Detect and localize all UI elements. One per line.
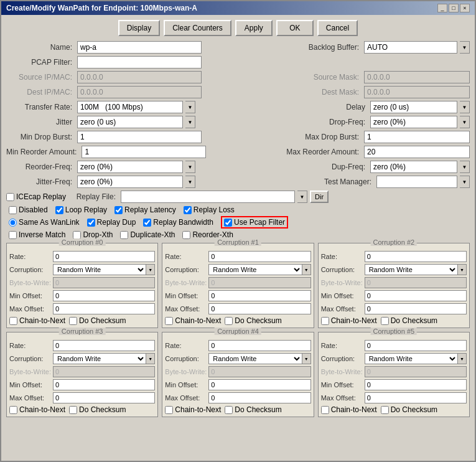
do-checksum-label-2[interactable]: Do Checksum	[381, 316, 437, 325]
drop-xth-checkbox-label[interactable]: Drop-Xth	[73, 230, 113, 239]
max-drop-burst-input[interactable]	[364, 131, 470, 143]
corruption-rate-input-2[interactable]	[365, 251, 467, 262]
chain-to-next-label-4[interactable]: Chain-to-Next	[165, 405, 221, 414]
corruption-type-select-1[interactable]: Random Write	[208, 264, 302, 275]
max-reorder-input[interactable]	[364, 146, 470, 158]
corruption-max-offset-input-4[interactable]	[208, 392, 310, 403]
corruption-max-offset-input-2[interactable]	[365, 303, 467, 314]
dup-freq-input[interactable]	[370, 161, 457, 173]
reorder-xth-checkbox[interactable]	[182, 231, 190, 239]
corruption-min-offset-input-1[interactable]	[208, 290, 310, 301]
do-checksum-checkbox-2[interactable]	[381, 317, 389, 325]
corruption-rate-input-0[interactable]	[53, 251, 155, 262]
chain-to-next-checkbox-0[interactable]	[9, 317, 17, 325]
corruption-byte-input-0[interactable]	[53, 277, 155, 288]
reorder-xth-checkbox-label[interactable]: Reorder-Xth	[182, 230, 233, 239]
corruption-rate-input-5[interactable]	[365, 340, 467, 351]
corruption-rate-input-1[interactable]	[208, 251, 310, 262]
dup-freq-arrow[interactable]: ▼	[460, 161, 470, 173]
chain-to-next-checkbox-5[interactable]	[321, 406, 329, 414]
apply-button[interactable]: Apply	[235, 20, 273, 36]
use-pcap-filter-checkbox-label[interactable]: Use Pcap Filter	[224, 218, 285, 227]
chain-to-next-label-3[interactable]: Chain-to-Next	[9, 405, 65, 414]
inverse-match-checkbox-label[interactable]: Inverse Match	[9, 230, 65, 239]
corruption-type-select-5[interactable]: Random Write	[365, 353, 458, 364]
reorder-freq-arrow[interactable]: ▼	[185, 161, 195, 173]
disabled-checkbox-label[interactable]: Disabled	[9, 205, 48, 214]
replay-latency-checkbox-label[interactable]: Replay Latency	[114, 205, 176, 214]
replay-bandwidth-checkbox-label[interactable]: Replay Bandwidth	[143, 218, 213, 227]
minimize-button[interactable]: _	[437, 4, 447, 12]
corruption-min-offset-input-5[interactable]	[365, 379, 467, 390]
corruption-byte-input-4[interactable]	[208, 366, 310, 377]
pcap-input[interactable]	[77, 56, 202, 68]
corruption-max-offset-input-3[interactable]	[53, 392, 155, 403]
corruption-type-select-2[interactable]: Random Write	[365, 264, 458, 275]
transfer-rate-arrow[interactable]: ▼	[185, 101, 195, 113]
replay-dup-checkbox-label[interactable]: Replay Dup	[87, 218, 136, 227]
corruption-rate-input-3[interactable]	[53, 340, 155, 351]
replay-file-input[interactable]	[121, 191, 295, 203]
corruption-max-offset-input-5[interactable]	[365, 392, 467, 403]
do-checksum-label-0[interactable]: Do Checksum	[69, 316, 126, 325]
jitter-arrow[interactable]: ▼	[185, 116, 195, 128]
inverse-match-checkbox[interactable]	[9, 231, 17, 239]
corruption-min-offset-input-2[interactable]	[365, 290, 467, 301]
jitter-freq-arrow[interactable]: ▼	[185, 176, 195, 188]
chain-to-next-checkbox-2[interactable]	[321, 317, 329, 325]
loop-replay-checkbox[interactable]	[55, 206, 63, 214]
do-checksum-label-1[interactable]: Do Checksum	[225, 316, 281, 325]
cancel-button[interactable]: Cancel	[317, 20, 358, 36]
corruption-byte-input-5[interactable]	[365, 366, 467, 377]
corruption-type-arrow-1[interactable]: ▼	[302, 264, 311, 275]
do-checksum-checkbox-3[interactable]	[69, 406, 77, 414]
ok-button[interactable]: OK	[276, 20, 314, 36]
test-manager-arrow[interactable]: ▼	[460, 176, 470, 188]
icecap-checkbox-label[interactable]: ICEcap Replay	[6, 192, 66, 201]
corruption-byte-input-3[interactable]	[53, 366, 155, 377]
drop-xth-checkbox[interactable]	[73, 231, 81, 239]
corruption-max-offset-input-0[interactable]	[53, 303, 155, 314]
corruption-min-offset-input-4[interactable]	[208, 379, 310, 390]
corruption-max-offset-input-1[interactable]	[208, 303, 310, 314]
icecap-checkbox[interactable]	[6, 193, 14, 201]
do-checksum-checkbox-5[interactable]	[381, 406, 389, 414]
chain-to-next-label-5[interactable]: Chain-to-Next	[321, 405, 377, 414]
chain-to-next-label-0[interactable]: Chain-to-Next	[9, 316, 65, 325]
name-input[interactable]: wp-a	[77, 41, 202, 54]
source-ipmac-input[interactable]	[77, 71, 202, 83]
duplicate-xth-checkbox-label[interactable]: Duplicate-Xth	[120, 230, 175, 239]
do-checksum-label-5[interactable]: Do Checksum	[381, 405, 437, 414]
drop-freq-input[interactable]	[370, 116, 457, 128]
reorder-freq-input[interactable]	[77, 161, 183, 173]
display-button[interactable]: Display	[118, 20, 160, 36]
corruption-type-arrow-3[interactable]: ▼	[146, 353, 155, 364]
min-drop-burst-input[interactable]	[77, 131, 202, 143]
close-button[interactable]: ×	[460, 4, 470, 12]
corruption-type-arrow-0[interactable]: ▼	[146, 264, 155, 275]
corruption-type-select-3[interactable]: Random Write	[53, 353, 146, 364]
chain-to-next-checkbox-4[interactable]	[165, 406, 173, 414]
corruption-type-arrow-5[interactable]: ▼	[458, 353, 467, 364]
jitter-input[interactable]	[77, 116, 183, 128]
loop-replay-checkbox-label[interactable]: Loop Replay	[55, 205, 107, 214]
delay-input[interactable]	[370, 101, 457, 113]
source-mask-input[interactable]	[364, 71, 470, 83]
do-checksum-checkbox-1[interactable]	[225, 317, 233, 325]
do-checksum-checkbox-4[interactable]	[225, 406, 233, 414]
replay-bandwidth-checkbox[interactable]	[143, 219, 151, 227]
corruption-byte-input-2[interactable]	[365, 277, 467, 288]
dest-mask-input[interactable]	[364, 86, 470, 98]
replay-dup-checkbox[interactable]	[87, 219, 95, 227]
corruption-type-arrow-2[interactable]: ▼	[458, 264, 467, 275]
disabled-checkbox[interactable]	[9, 206, 17, 214]
do-checksum-label-3[interactable]: Do Checksum	[69, 405, 126, 414]
chain-to-next-checkbox-3[interactable]	[9, 406, 17, 414]
replay-loss-checkbox-label[interactable]: Replay Loss	[184, 205, 235, 214]
dir-button[interactable]: Dir	[310, 191, 329, 203]
chain-to-next-label-1[interactable]: Chain-to-Next	[165, 316, 221, 325]
do-checksum-checkbox-0[interactable]	[69, 317, 77, 325]
corruption-type-select-4[interactable]: Random Write	[208, 353, 302, 364]
chain-to-next-checkbox-1[interactable]	[165, 317, 173, 325]
corruption-min-offset-input-3[interactable]	[53, 379, 155, 390]
